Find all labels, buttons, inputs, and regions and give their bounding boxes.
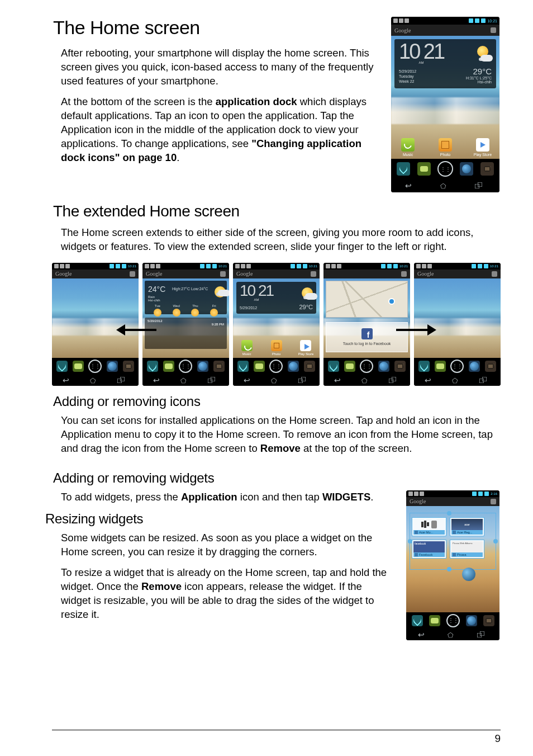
p-widgets-add: To add widgets, press the Application ic… [61, 490, 393, 504]
heading-resizing-widgets: Resizing widgets [45, 511, 393, 527]
screenshot-panel-weather: 10:21 Google 24°CHigh:27°C Low:24°C Rain… [142, 263, 229, 386]
status-icon [393, 18, 398, 23]
map-widget[interactable] [326, 281, 408, 318]
status-bar: 10:21 [391, 17, 499, 25]
t-application-dock: application dock [216, 96, 297, 107]
page-number: 9 [494, 733, 501, 744]
app-photo[interactable]: Photo [431, 138, 460, 157]
weather-icon [215, 286, 223, 295]
calendar-widget[interactable]: 5/29/2012 9:28 PM [145, 318, 227, 349]
weather-icon [477, 46, 492, 60]
extended-home-gallery: 10:21 Google 10:21 Google 24°CHigh:27°C … [52, 263, 501, 386]
google-logo: Google [394, 27, 411, 34]
weather-widget[interactable]: 24°CHigh:27°C Low:24°C RainHsi-chih Tue … [145, 281, 227, 314]
mic-icon[interactable] [491, 27, 496, 33]
widget-thumbnails: Acer Mo... acerAcer Reg... facebookFaceb… [412, 517, 494, 559]
p-extended: The Home screen extends to either side o… [61, 226, 499, 254]
widget-week: Week 22 [399, 79, 416, 84]
screenshot-panel-blank-right: 10:21 Google [414, 263, 501, 386]
t: . [370, 491, 373, 503]
dock-browser[interactable] [460, 162, 473, 176]
dock-camera[interactable] [480, 162, 494, 176]
screenshot-panel-blank-left: 10:21 Google [52, 263, 139, 386]
p-resize-1: Some widgets can be resized. As soon as … [61, 531, 393, 559]
app-label: Play Store [474, 153, 492, 157]
widget-thumb[interactable]: Acer Mo... [412, 517, 446, 536]
clock-time: 10 21AM [399, 42, 444, 64]
widget-date: 5/29/2012 [399, 69, 416, 74]
app-play-store[interactable]: Play Store [468, 138, 497, 157]
facebook-icon [361, 328, 373, 339]
page-footer: 9 [52, 730, 501, 745]
facebook-widget[interactable]: Touch to log in to Facebook [326, 322, 408, 352]
clock-weather-widget[interactable]: 10 21AM 5/29/2012 Tuesday Week 22 29°C H… [394, 39, 496, 88]
p-icons: You can set icons for installed applicat… [61, 414, 499, 456]
p-home-intro: After rebooting, your smartphone will di… [61, 46, 378, 88]
fb-login-text: Touch to log in to Facebook [343, 342, 391, 346]
mail-icon [399, 18, 403, 23]
widget-place: Hsi-chih [466, 80, 492, 84]
t: at the top of the screen. [301, 442, 412, 454]
t-remove: Remove [260, 442, 301, 454]
nav-back[interactable] [405, 181, 412, 190]
nav-recent[interactable] [474, 181, 486, 190]
resize-handle[interactable] [447, 567, 451, 571]
browser-icon[interactable] [462, 568, 475, 581]
widget-range: H:31°C L:25°C [466, 76, 492, 80]
t-widgets: WIDGETS [322, 491, 370, 503]
nav-home[interactable] [440, 181, 446, 190]
dock-messages[interactable] [417, 162, 431, 176]
map-marker-icon [388, 298, 395, 305]
application-dock [391, 159, 499, 179]
heading-add-remove-widgets: Adding or removing widgets [53, 470, 499, 486]
status-icon [404, 18, 409, 23]
screenshot-widgets-resize: 2:16 Google Acer Mo... acerAcer Reg... f… [406, 490, 499, 640]
search-bar[interactable]: Google [391, 25, 499, 36]
t-remove: Remove [141, 580, 182, 592]
t-application: Application [181, 491, 237, 503]
weather-temp: 24°C [148, 285, 165, 294]
signal-icon [475, 18, 479, 23]
play-store-icon [476, 138, 489, 152]
t: icon and then tap [237, 491, 322, 503]
wifi-icon [469, 18, 473, 23]
widget-day: Tuesday [399, 74, 416, 79]
screenshot-panel-map-fb: 10:21 Touch to log in to Facebook [323, 263, 410, 386]
photo-icon [439, 138, 452, 152]
widget-temp: 29°C [466, 67, 492, 76]
screenshot-home-screen: 10:21 Google 10 21AM 5/2 [391, 17, 499, 192]
screenshot-panel-center: 10:21 Google 10 21AM 5/29/201229°C Music… [233, 263, 320, 386]
nav-bar [391, 179, 499, 192]
t: To add widgets, press the [61, 491, 181, 503]
p-app-dock: At the bottom of the screen is the appli… [61, 95, 378, 165]
battery-icon [481, 18, 486, 23]
app-label: Music [403, 153, 413, 157]
dock-phone[interactable] [397, 162, 410, 176]
resize-handle[interactable] [447, 511, 451, 516]
status-time: 10:21 [487, 19, 497, 23]
wallpaper: 10 21AM 5/29/2012 Tuesday Week 22 29°C H… [391, 36, 499, 159]
widget-thumb[interactable]: facebookFacebook [412, 540, 446, 559]
widget-thumb[interactable]: Picasa Web AlbumsPicasa [450, 540, 484, 559]
heading-home-screen: The Home screen [53, 17, 378, 39]
wallpaper-desert: Acer Mo... acerAcer Reg... facebookFaceb… [406, 506, 499, 612]
t: . [177, 152, 179, 163]
app-label: Photo [440, 153, 450, 157]
weather-range: High:27°C Low:24°C [172, 287, 208, 291]
t: At the bottom of the screen is the [61, 96, 216, 107]
app-music[interactable]: Music [393, 138, 422, 157]
heading-extended-home: The extended Home screen [53, 202, 499, 220]
app-shortcut-row: Music Photo Play Store [393, 138, 497, 157]
p-resize-2: To resize a widget that is already on th… [61, 566, 393, 622]
dock-applications[interactable] [437, 161, 453, 177]
resize-handle[interactable] [493, 539, 498, 544]
widget-thumb[interactable]: acerAcer Reg... [450, 517, 484, 536]
heading-add-remove-icons: Adding or removing icons [53, 394, 499, 409]
music-icon [401, 138, 415, 152]
